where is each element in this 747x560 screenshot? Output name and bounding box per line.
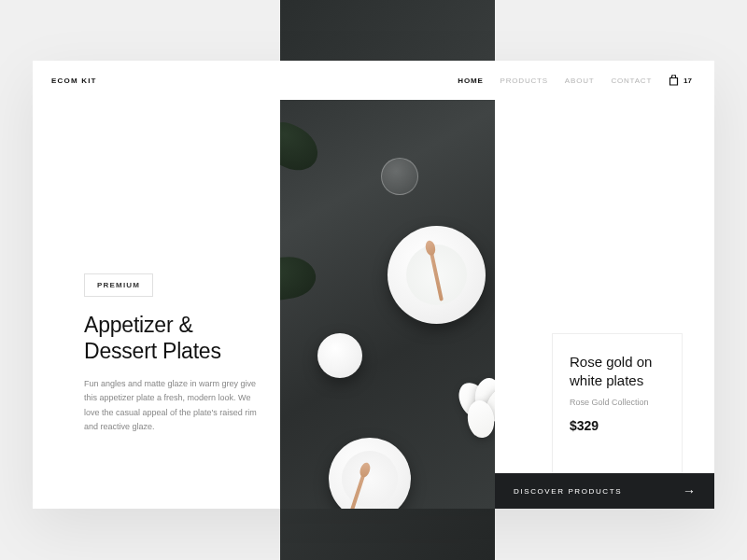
navbar: ECOM KIT HOME PRODUCTS ABOUT CONTACT 17 (33, 61, 714, 100)
plate-icon (329, 438, 411, 509)
main-content-card: ECOM KIT HOME PRODUCTS ABOUT CONTACT 17 (33, 61, 714, 509)
nav-link-about[interactable]: ABOUT (565, 77, 595, 85)
hero-description: Fun angles and matte glaze in warm grey … (84, 377, 257, 434)
glass-icon (381, 158, 418, 195)
plate-icon (317, 333, 362, 378)
featured-product-card[interactable]: Rose gold on white plates Rose Gold Coll… (552, 333, 683, 473)
product-title: Rose gold on white plates (570, 353, 665, 389)
hero-product-image (280, 100, 495, 509)
arrow-right-icon: → (683, 483, 696, 498)
cart-count: 17 (684, 77, 692, 85)
bag-icon (669, 75, 679, 86)
nav-link-products[interactable]: PRODUCTS (500, 77, 548, 85)
hero-title: Appetizer & Dessert Plates (84, 312, 257, 364)
premium-badge: PREMIUM (84, 273, 153, 297)
cart-button[interactable]: 17 (669, 75, 692, 86)
leaf-decoration-icon (280, 252, 318, 303)
nav-link-contact[interactable]: CONTACT (611, 77, 652, 85)
nav-links: HOME PRODUCTS ABOUT CONTACT (458, 77, 652, 85)
leaf-decoration-icon (280, 116, 326, 177)
product-price: $329 (570, 418, 665, 433)
nav-link-home[interactable]: HOME (458, 77, 483, 85)
product-collection: Rose Gold Collection (570, 398, 665, 407)
hero-content: PREMIUM Appetizer & Dessert Plates Fun a… (84, 273, 257, 434)
discover-products-button[interactable]: DISCOVER PRODUCTS → (495, 473, 714, 509)
brand-logo[interactable]: ECOM KIT (51, 77, 97, 85)
flower-icon (453, 378, 495, 434)
cta-label: DISCOVER PRODUCTS (514, 487, 683, 496)
